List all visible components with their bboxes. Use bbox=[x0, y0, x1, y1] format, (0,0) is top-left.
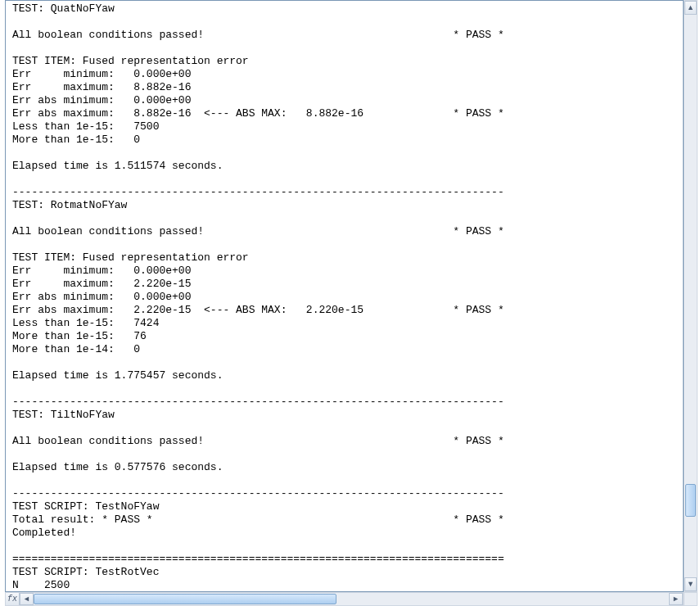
scroll-left-arrow-icon[interactable]: ◄ bbox=[20, 593, 34, 605]
vertical-scrollbar-thumb[interactable] bbox=[685, 484, 696, 517]
horizontal-scrollbar-track[interactable] bbox=[34, 593, 669, 605]
horizontal-scrollbar[interactable]: fx ◄ ► bbox=[5, 592, 684, 606]
scroll-right-arrow-icon[interactable]: ► bbox=[669, 593, 683, 605]
scroll-up-arrow-icon[interactable]: ▲ bbox=[684, 1, 697, 15]
console-text: TEST: QuatNoFYaw All boolean conditions … bbox=[6, 1, 683, 592]
fx-button-icon[interactable]: fx bbox=[6, 593, 20, 605]
horizontal-scrollbar-thumb[interactable] bbox=[34, 594, 336, 604]
vertical-scrollbar[interactable]: ▲ ▼ bbox=[684, 0, 698, 592]
app-frame: TEST: QuatNoFYaw All boolean conditions … bbox=[0, 0, 700, 606]
console-output-pane: TEST: QuatNoFYaw All boolean conditions … bbox=[5, 0, 684, 592]
scroll-down-arrow-icon[interactable]: ▼ bbox=[684, 577, 697, 591]
scrollbar-corner bbox=[684, 592, 698, 606]
